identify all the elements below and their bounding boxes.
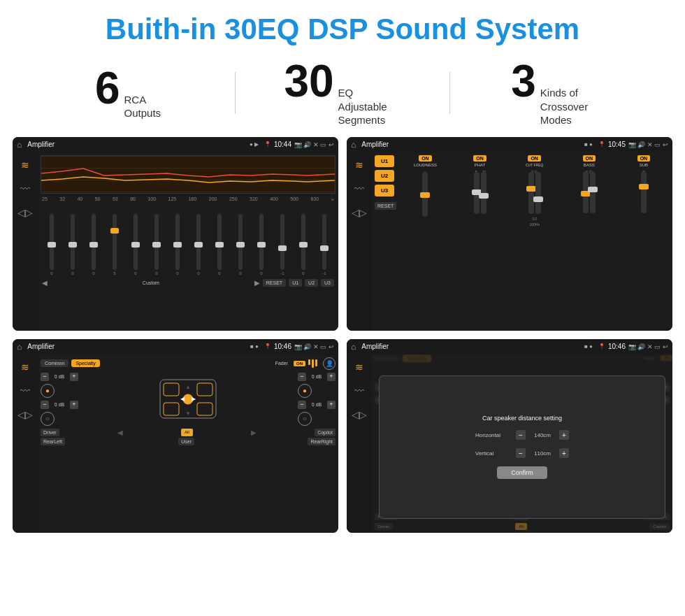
svg-text:◀: ◀	[180, 396, 185, 402]
stat-eq: 30 EQ AdjustableSegments	[243, 59, 442, 127]
amp-sidebar-eq-icon[interactable]: ≋	[351, 157, 368, 173]
amp-sidebar-wave-icon[interactable]: 〰	[351, 180, 368, 197]
eq-custom-label: Custom	[50, 280, 252, 285]
amp-bass-on[interactable]: ON	[583, 155, 596, 162]
dist-vertical-plus[interactable]: +	[559, 448, 569, 458]
eq-slider-11[interactable]: 0	[252, 214, 271, 275]
cross-db3-minus[interactable]: −	[298, 373, 306, 381]
eq-slider-10[interactable]: 0	[231, 214, 250, 275]
cross-sidebar-speaker-icon[interactable]: ◁▷	[17, 406, 34, 423]
amp-channels: ON LOUDNESS ON PHAT G	[399, 155, 670, 328]
dist-dialog-title: Car speaker distance setting	[482, 415, 562, 422]
cross-db1-plus[interactable]: +	[70, 373, 78, 381]
amp-reset-btn[interactable]: RESET	[375, 202, 396, 210]
amp-cutfreq-on[interactable]: ON	[528, 155, 541, 162]
cross-db1-minus[interactable]: −	[41, 373, 49, 381]
amp-loudness-on[interactable]: ON	[419, 155, 432, 162]
cross-db2-minus[interactable]: −	[41, 401, 49, 409]
dist-sidebar: ≋ 〰 ◁▷	[347, 354, 372, 533]
cross-right-arrow-icon[interactable]: ▶	[251, 429, 257, 436]
eq-slider-14[interactable]: -1	[315, 214, 334, 275]
eq-u1-btn[interactable]: U1	[289, 279, 302, 287]
dist-confirm-button[interactable]: Confirm	[497, 466, 547, 479]
cross-copilot-btn[interactable]: Copilot	[315, 429, 336, 436]
eq-reset-btn[interactable]: RESET	[263, 279, 286, 287]
cross-sidebar-wave-icon[interactable]: 〰	[17, 382, 34, 399]
amp-u3-btn[interactable]: U3	[375, 185, 394, 196]
stats-row: 6 RCAOutputs 30 EQ AdjustableSegments 3 …	[0, 53, 685, 137]
amp-cutfreq-slider-f[interactable]	[528, 172, 534, 214]
dist-vertical-label: Vertical	[475, 450, 510, 457]
amp-u1-btn[interactable]: U1	[375, 155, 394, 167]
eq-u3-btn[interactable]: U3	[321, 279, 334, 287]
dist-dialog: Car speaker distance setting Horizontal …	[379, 375, 665, 519]
dist-dot-icons: ■ ●	[584, 343, 593, 350]
eq-slider-5[interactable]: 0	[126, 214, 145, 275]
amp-sidebar-speaker-icon[interactable]: ◁▷	[351, 204, 368, 221]
amp-phat-slider-g[interactable]	[474, 172, 480, 214]
eq-sidebar-wave-icon[interactable]: 〰	[17, 180, 34, 197]
amp-bass-slider-f[interactable]	[583, 171, 589, 213]
eq-slider-3[interactable]: 0	[84, 214, 103, 275]
eq-sidebar: ≋ 〰 ◁▷	[13, 152, 38, 331]
dist-horizontal-plus[interactable]: +	[559, 430, 569, 440]
stat-rca: 6 RCAOutputs	[28, 66, 228, 120]
eq-sidebar-speaker-icon[interactable]: ◁▷	[17, 204, 34, 221]
dist-horizontal-minus[interactable]: −	[516, 430, 526, 440]
eq-slider-12[interactable]: -1	[273, 214, 292, 275]
eq-slider-13[interactable]: 0	[294, 214, 313, 275]
cross-db3-plus[interactable]: +	[327, 373, 336, 381]
eq-next-arrow[interactable]: ▶	[254, 279, 260, 287]
cross-db-3: − 0 dB +	[298, 373, 336, 381]
amp-loudness-slider[interactable]	[422, 171, 428, 217]
dist-horizontal-label: Horizontal	[475, 432, 510, 438]
cross-driver-btn[interactable]: Driver	[41, 429, 59, 436]
amp-bass-slider-g[interactable]	[590, 171, 596, 213]
amp-phat-on[interactable]: ON	[473, 155, 486, 162]
eq-u2-btn[interactable]: U2	[305, 279, 318, 287]
cross-avatar-icon[interactable]: 👤	[323, 357, 336, 370]
eq-slider-9[interactable]: 0	[210, 214, 229, 275]
eq-slider-6[interactable]: 0	[147, 214, 166, 275]
dist-sidebar-speaker-icon[interactable]: ◁▷	[351, 406, 368, 423]
cross-sidebar-eq-icon[interactable]: ≋	[17, 359, 34, 375]
cross-db4-value: 0 dB	[308, 402, 325, 407]
eq-slider-8[interactable]: 0	[189, 214, 208, 275]
cross-db4-minus[interactable]: −	[298, 401, 306, 409]
eq-slider-7[interactable]: 0	[168, 214, 187, 275]
cross-main-area: Common Specialty Fader ON 👤	[38, 354, 338, 533]
stat-rca-number: 6	[95, 66, 120, 110]
cross-db4-plus[interactable]: +	[327, 401, 336, 409]
svg-text:▼: ▼	[185, 410, 191, 417]
amp-sub-on[interactable]: ON	[637, 155, 651, 162]
dist-vertical-minus[interactable]: −	[516, 448, 526, 458]
amp-phat-slider-f[interactable]	[481, 172, 486, 214]
cross-on-badge[interactable]: ON	[294, 361, 305, 366]
cross-rearleft-btn[interactable]: RearLeft	[41, 438, 65, 445]
eq-slider-2[interactable]: 0	[63, 214, 82, 275]
svg-rect-1	[164, 383, 179, 396]
eq-sidebar-eq-icon[interactable]: ≋	[17, 157, 34, 173]
dist-home-icon: ⌂	[351, 342, 356, 352]
page-title: Buith-in 30EQ DSP Sound System	[0, 0, 685, 53]
dist-screen-title: Amplifier	[361, 343, 582, 350]
eq-slider-4[interactable]: 5	[105, 214, 124, 275]
cross-user-btn[interactable]: User	[178, 438, 194, 445]
cross-car-diagram: ◀ ▶ ▲ ▼	[82, 373, 294, 426]
cross-db1-value: 0 dB	[51, 374, 68, 379]
eq-prev-arrow[interactable]: ◀	[42, 279, 48, 287]
eq-slider-1[interactable]: 0	[42, 214, 62, 275]
amp-u2-btn[interactable]: U2	[375, 170, 394, 182]
cross-db2-plus[interactable]: +	[70, 401, 78, 409]
cross-common-tab[interactable]: Common	[41, 359, 68, 367]
cross-rearright-btn[interactable]: RearRight	[308, 438, 336, 445]
cross-specialty-tab[interactable]: Specialty	[71, 359, 99, 367]
dist-sidebar-wave-icon[interactable]: 〰	[351, 382, 368, 399]
cross-left-arrow-icon[interactable]: ◀	[117, 429, 123, 436]
amp-cutfreq-slider-g[interactable]	[535, 172, 541, 214]
cross-all-btn[interactable]: All	[181, 429, 193, 436]
amp-sub-slider[interactable]	[641, 171, 647, 213]
svg-rect-4	[197, 403, 212, 415]
dist-sidebar-eq-icon[interactable]: ≋	[351, 359, 368, 375]
stat-eq-number: 30	[284, 59, 333, 103]
